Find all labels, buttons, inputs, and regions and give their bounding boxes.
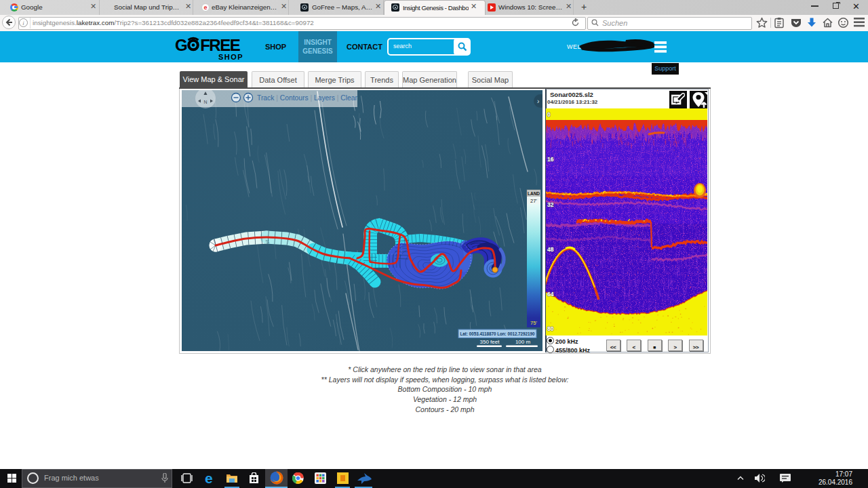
svg-text:N: N	[203, 100, 207, 104]
svg-text:64: 64	[547, 291, 554, 298]
svg-text:0: 0	[547, 111, 551, 118]
svg-text:27: 27	[265, 239, 270, 244]
svg-text:100 m: 100 m	[515, 339, 531, 345]
svg-text:350 feet: 350 feet	[480, 339, 500, 345]
svg-text:32: 32	[547, 201, 554, 208]
svg-text:48: 48	[547, 246, 554, 253]
svg-text:80: 80	[547, 325, 554, 332]
svg-text:Lat: 0053.4118870 Lon: 0012.72: Lat: 0053.4118870 Lon: 0012.7292190	[460, 331, 535, 337]
svg-text:27': 27'	[530, 198, 537, 204]
svg-text:LAND: LAND	[528, 191, 540, 196]
svg-text:75': 75'	[530, 320, 537, 326]
svg-text:Track | Contours | Layers | Cl: Track | Contours | Layers | Clear	[257, 94, 357, 102]
svg-text:›: ›	[537, 98, 539, 105]
svg-text:16: 16	[547, 156, 554, 163]
